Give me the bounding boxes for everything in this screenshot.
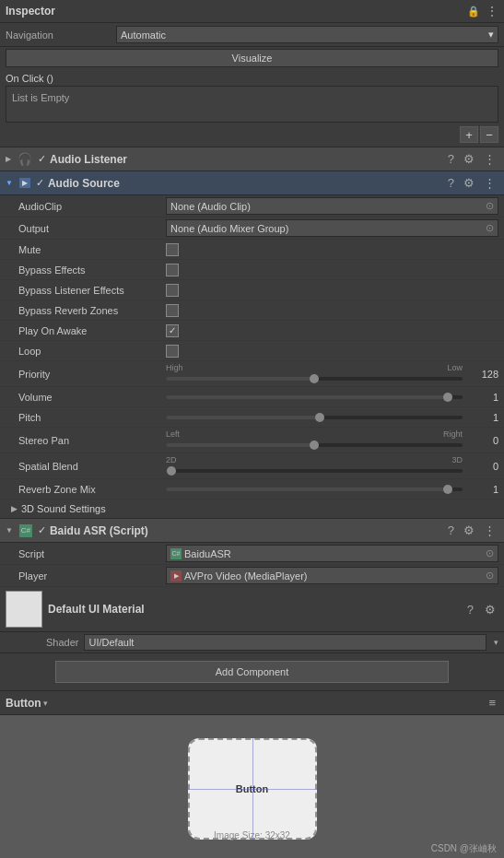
- baidu-asr-help-icon[interactable]: ?: [445, 523, 457, 538]
- spatial-3d-label: 3D: [451, 455, 463, 464]
- play-on-awake-row: Play On Awake: [0, 321, 504, 341]
- pitch-fill: [166, 416, 320, 419]
- material-header: Default UI Material ? ⚙: [0, 587, 504, 631]
- priority-track[interactable]: [166, 377, 463, 381]
- script-row: Script C# BaiduASR ⊙: [0, 543, 504, 565]
- script-field[interactable]: C# BaiduASR ⊙: [166, 545, 498, 562]
- stereo-slider-container: Left Right: [166, 429, 463, 451]
- spatial-track[interactable]: [166, 469, 463, 473]
- bypass-effects-row: Bypass Effects: [0, 260, 504, 280]
- output-label: Output: [18, 223, 166, 234]
- script-target-icon[interactable]: ⊙: [486, 547, 494, 559]
- material-settings-icon[interactable]: ⚙: [482, 602, 498, 617]
- shader-dropdown[interactable]: UI/Default: [84, 634, 486, 651]
- audio-listener-toggle[interactable]: ▶: [6, 155, 11, 163]
- priority-high-label: High: [166, 363, 183, 372]
- more-options-icon[interactable]: ⋮: [486, 4, 498, 18]
- visualize-button[interactable]: Visualize: [6, 49, 498, 67]
- button-panel-dropdown-arrow[interactable]: ▾: [43, 699, 48, 708]
- button-panel-more-icon[interactable]: ≡: [486, 695, 498, 711]
- reverb-row: Reverb Zone Mix 1: [0, 479, 504, 500]
- player-field[interactable]: ▶ AVPro Video (MediaPlayer) ⊙: [166, 567, 498, 584]
- add-event-button[interactable]: +: [460, 126, 478, 143]
- pitch-thumb[interactable]: [315, 413, 324, 422]
- sound-settings-header[interactable]: ▶ 3D Sound Settings: [0, 500, 504, 519]
- reverb-fill: [166, 488, 448, 491]
- stereo-label: Stereo Pan: [18, 435, 166, 446]
- audio-source-expand-icon[interactable]: ▼: [6, 179, 13, 187]
- stereo-labels: Left Right: [166, 429, 463, 439]
- lock-icon[interactable]: 🔒: [467, 6, 480, 18]
- audio-listener-help-icon[interactable]: ?: [445, 151, 457, 167]
- pitch-track[interactable]: [166, 416, 463, 419]
- event-list-empty: List is Empty: [6, 86, 498, 123]
- audio-listener-more-icon[interactable]: ⋮: [481, 151, 498, 167]
- stereo-row: Stereo Pan Left Right 0: [0, 428, 504, 453]
- sound-settings-title: 3D Sound Settings: [21, 503, 106, 514]
- priority-label: Priority: [18, 369, 166, 380]
- reverb-thumb[interactable]: [443, 485, 452, 494]
- bypass-reverb-checkbox[interactable]: [166, 304, 179, 317]
- output-target-icon[interactable]: ⊙: [486, 222, 494, 234]
- crosshair-vertical: [252, 738, 253, 840]
- reverb-slider-container: [166, 484, 463, 495]
- audioclip-label: AudioClip: [18, 201, 166, 212]
- player-target-icon[interactable]: ⊙: [486, 570, 494, 582]
- material-preview: [6, 591, 42, 628]
- stereo-right-label: Right: [443, 429, 463, 439]
- event-section: On Click () List is Empty + −: [0, 69, 504, 147]
- sound-settings-chevron: ▶: [11, 504, 18, 513]
- audio-source-settings-icon[interactable]: ⚙: [461, 175, 477, 191]
- spatial-thumb[interactable]: [167, 466, 176, 476]
- bypass-listener-checkbox[interactable]: [166, 284, 179, 297]
- audio-source-help-icon[interactable]: ?: [445, 175, 457, 191]
- audio-source-more-icon[interactable]: ⋮: [481, 175, 498, 191]
- button-preview-area: Button Image Size: 32x32 CSDN @张岫秋: [0, 715, 504, 858]
- inspector-label: Inspector: [6, 5, 55, 18]
- play-on-awake-checkbox[interactable]: [166, 324, 179, 337]
- output-field[interactable]: None (Audio Mixer Group) ⊙: [166, 219, 498, 237]
- audioclip-field[interactable]: None (Audio Clip) ⊙: [166, 197, 498, 215]
- baidu-asr-icons: ? ⚙ ⋮: [445, 523, 498, 538]
- audioclip-target-icon[interactable]: ⊙: [486, 200, 494, 212]
- image-size-label-container: Image Size: 32x32: [0, 829, 504, 840]
- baidu-asr-expand-icon[interactable]: ▼: [6, 526, 13, 535]
- baidu-asr-header: ▼ C# ✓ Baidu ASR (Script) ? ⚙ ⋮: [0, 519, 504, 543]
- mute-checkbox[interactable]: [166, 243, 179, 256]
- baidu-asr-settings-icon[interactable]: ⚙: [461, 523, 477, 538]
- event-buttons: + −: [6, 126, 498, 143]
- volume-thumb[interactable]: [443, 393, 452, 402]
- audioclip-value: None (Audio Clip): [170, 201, 251, 212]
- nav-dropdown-arrow: ▾: [488, 29, 494, 41]
- volume-track[interactable]: [166, 395, 463, 399]
- bypass-listener-label: Bypass Listener Effects: [18, 285, 166, 296]
- volume-value: 1: [466, 392, 498, 403]
- priority-slider-container: High Low: [166, 363, 463, 384]
- bypass-effects-checkbox[interactable]: [166, 264, 179, 276]
- button-preview: Button: [188, 738, 317, 840]
- audio-listener-settings-icon[interactable]: ⚙: [461, 151, 477, 167]
- baidu-asr-more-icon[interactable]: ⋮: [481, 523, 498, 538]
- player-icon: ▶: [170, 570, 182, 582]
- priority-labels: High Low: [166, 363, 463, 372]
- shader-row: Shader UI/Default ▾: [0, 631, 504, 652]
- priority-thumb[interactable]: [310, 374, 319, 383]
- player-row: Player ▶ AVPro Video (MediaPlayer) ⊙: [0, 565, 504, 587]
- reverb-track[interactable]: [166, 488, 463, 491]
- reverb-label: Reverb Zone Mix: [18, 484, 166, 495]
- add-component-button[interactable]: Add Component: [55, 661, 449, 683]
- play-on-awake-label: Play On Awake: [18, 325, 166, 336]
- event-title: On Click (): [6, 73, 498, 84]
- mute-row: Mute: [0, 240, 504, 260]
- audio-listener-header: ▶ 🎧 ✓ Audio Listener ? ⚙ ⋮: [0, 147, 504, 171]
- stereo-thumb[interactable]: [310, 441, 319, 450]
- stereo-track[interactable]: [166, 443, 463, 447]
- loop-checkbox[interactable]: [166, 345, 179, 358]
- stereo-left-label: Left: [166, 429, 180, 439]
- spatial-value: 0: [466, 461, 498, 472]
- nav-dropdown[interactable]: Automatic ▾: [116, 26, 498, 43]
- audioclip-row: AudioClip None (Audio Clip) ⊙: [0, 195, 504, 217]
- material-help-icon[interactable]: ?: [464, 602, 476, 617]
- script-file-icon: C#: [170, 548, 182, 559]
- remove-event-button[interactable]: −: [480, 126, 498, 143]
